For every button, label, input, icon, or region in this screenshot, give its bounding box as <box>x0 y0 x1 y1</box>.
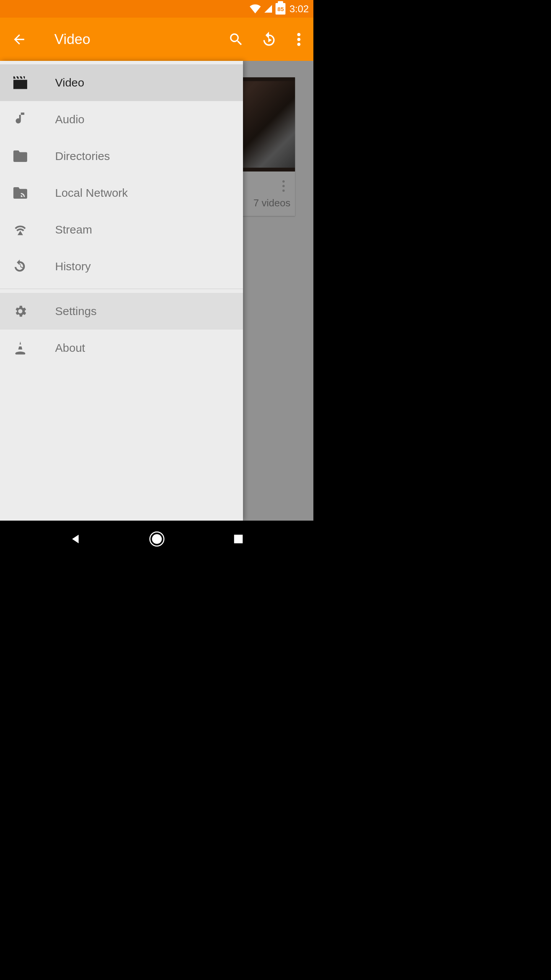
nav-item-history[interactable]: History <box>0 248 243 285</box>
history-icon <box>13 259 28 274</box>
nav-item-label: Local Network <box>55 186 128 199</box>
nav-item-label: Directories <box>55 150 110 163</box>
audio-icon <box>13 112 28 127</box>
search-button[interactable] <box>225 29 247 50</box>
overflow-menu-button[interactable] <box>291 29 306 50</box>
status-bar: 85 3:02 <box>0 0 313 18</box>
nav-recent[interactable] <box>229 530 248 548</box>
svg-point-4 <box>152 534 162 544</box>
nav-item-about[interactable]: About <box>0 330 243 366</box>
nav-item-stream[interactable]: Stream <box>0 211 243 248</box>
nav-item-label: About <box>55 341 85 354</box>
nav-item-label: Audio <box>55 113 85 126</box>
about-icon <box>13 341 28 355</box>
page-title: Video <box>54 31 225 47</box>
nav-item-settings[interactable]: Settings <box>0 293 243 330</box>
stream-icon <box>13 222 28 237</box>
battery-icon: 85 <box>276 3 285 15</box>
svg-point-1 <box>297 38 301 41</box>
nav-item-label: Video <box>55 76 84 89</box>
svg-point-2 <box>297 42 301 46</box>
nav-item-directories[interactable]: Directories <box>0 138 243 175</box>
video-icon <box>13 75 28 90</box>
navigation-drawer: Video Audio Directories Local Network St <box>0 61 243 521</box>
clock: 3:02 <box>289 3 309 15</box>
nav-item-label: Stream <box>55 223 92 236</box>
divider <box>0 289 243 289</box>
nav-item-label: History <box>55 260 91 273</box>
nav-home[interactable] <box>148 530 166 548</box>
nav-item-video[interactable]: Video <box>0 64 243 101</box>
app-bar: Video <box>0 18 313 61</box>
network-icon <box>13 186 28 200</box>
nav-back[interactable] <box>66 530 85 548</box>
folder-icon <box>13 149 28 163</box>
nav-item-label: Settings <box>55 305 96 318</box>
system-nav-bar <box>0 521 313 557</box>
wifi-icon <box>249 4 261 13</box>
back-button[interactable] <box>8 29 30 50</box>
battery-level: 85 <box>276 3 285 15</box>
nav-item-local-network[interactable]: Local Network <box>0 175 243 211</box>
nav-item-audio[interactable]: Audio <box>0 101 243 138</box>
settings-icon <box>13 304 28 318</box>
signal-icon <box>263 4 273 13</box>
svg-point-0 <box>297 33 301 36</box>
svg-rect-5 <box>234 535 243 544</box>
last-playlist-button[interactable] <box>258 29 280 50</box>
